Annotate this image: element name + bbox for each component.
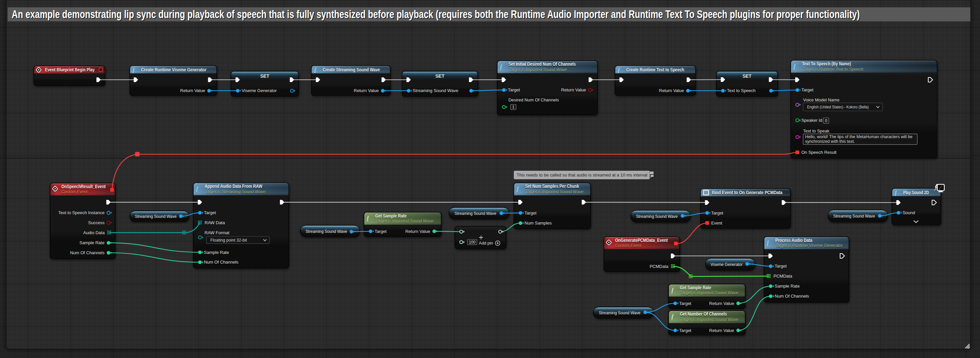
svg-text:Return Value: Return Value [354,88,379,93]
svg-text:Streaming Sound Wave: Streaming Sound Wave [413,88,458,93]
svg-text:SET: SET [260,74,269,79]
svg-text:Play Sound 2D: Play Sound 2D [903,190,929,195]
svg-text:Custom Event: Custom Event [61,190,88,194]
svg-text:Streaming Sound Wave: Streaming Sound Wave [305,229,347,234]
svg-text:Text to Speech: Text to Speech [727,88,756,93]
svg-text:Target is Imported Sound Wave: Target is Imported Sound Wave [680,291,738,295]
svg-text:Speaker Id: Speaker Id [802,118,822,123]
svg-text:Target: Target [802,88,814,93]
svg-text:Success: Success [88,220,105,225]
svg-text:Desired Num Of Channels: Desired Num Of Channels [508,97,559,102]
svg-text:Target is Streaming Sound Wave: Target is Streaming Sound Wave [205,190,266,194]
svg-text:Text to Speak: Text to Speak [803,128,829,133]
svg-text:Create Runtime Viseme Generato: Create Runtime Viseme Generator [141,67,207,72]
svg-text:Add pin: Add pin [479,241,493,246]
svg-text:1: 1 [512,105,515,109]
svg-text:Sample Rate: Sample Rate [204,250,229,255]
svg-text:Target is Imported Sound Wave: Target is Imported Sound Wave [680,317,738,322]
svg-text:Num Samples: Num Samples [525,221,552,225]
svg-text:An example demonstrating lip s: An example demonstrating lip sync during… [12,8,860,20]
svg-text:Return Value: Return Value [709,328,734,333]
svg-text:Set Num Samples Per Chunk: Set Num Samples Per Chunk [525,184,579,189]
svg-text:Target: Target [204,210,216,215]
svg-text:Create Streaming Sound Wave: Create Streaming Sound Wave [323,67,380,72]
svg-text:Get Number Of Channels: Get Number Of Channels [680,311,727,316]
svg-text:0: 0 [825,118,827,123]
svg-text:synchronized with this text.: synchronized with this text. [805,139,855,144]
svg-text:English (United States) - Koko: English (United States) - Kokoro (Bella) [807,105,869,109]
svg-text:Create Runtime Text to Speech: Create Runtime Text to Speech [626,67,684,72]
svg-text:Bind Event to On Generate PCMD: Bind Event to On Generate PCMData [712,190,783,195]
svg-text:This needs to be called so tha: This needs to be called so that audio is… [517,173,647,177]
svg-text:Return Value: Return Value [659,88,684,93]
svg-text:Num Of Channels: Num Of Channels [775,294,810,299]
svg-text:Append Audio Data From RAW: Append Audio Data From RAW [205,184,262,189]
svg-text:PCMData: PCMData [649,264,668,269]
svg-text:Sample Rate: Sample Rate [775,284,800,289]
svg-text:Target is Imported Sound Wave: Target is Imported Sound Wave [509,67,567,72]
svg-text:Streaming Sound Wave: Streaming Sound Wave [599,310,641,315]
svg-text:Return Value: Return Value [180,88,205,93]
svg-text:Streaming Sound Wave: Streaming Sound Wave [135,214,177,219]
svg-text:Streaming Sound Wave: Streaming Sound Wave [834,214,875,219]
svg-text:Event: Event [711,221,722,225]
svg-text:Sound: Sound [902,210,915,215]
svg-text:On Speech Result: On Speech Result [802,150,837,155]
svg-text:Streaming Sound Wave: Streaming Sound Wave [455,211,496,216]
svg-text:Target: Target [679,328,692,333]
svg-text:Voice Model Name: Voice Model Name [803,97,839,102]
svg-text:Target: Target [375,229,387,234]
svg-text:Target is Runtime Viseme Gener: Target is Runtime Viseme Generator [775,243,843,248]
svg-text:Process Audio Data: Process Audio Data [775,238,813,243]
svg-text:Event Blueprint Begin Play: Event Blueprint Begin Play [45,67,95,72]
svg-text:RAW Format: RAW Format [205,230,229,235]
svg-text:Custom Event: Custom Event [615,243,641,248]
svg-text:Target is Runtime Text to Spee: Target is Runtime Text to Speech [802,67,864,72]
svg-text:Get Sample Rate: Get Sample Rate [680,285,711,290]
svg-text:OnSpeechResult_Event: OnSpeechResult_Event [61,184,106,189]
svg-text:Return Value: Return Value [561,88,586,93]
svg-text:Text To Speech (By Name): Text To Speech (By Name) [802,61,851,66]
svg-text:Set Initial Desired Num Of Cha: Set Initial Desired Num Of Channels [509,61,576,67]
svg-text:Num Of Channels: Num Of Channels [70,250,105,255]
svg-text:Target: Target [679,301,692,306]
svg-text:SET: SET [435,74,445,79]
svg-text:Return Value: Return Value [406,229,430,234]
svg-text:Floating point 32-bit: Floating point 32-bit [210,238,247,243]
svg-text:Return Value: Return Value [709,301,734,306]
svg-text:Streaming Sound Wave: Streaming Sound Wave [636,214,678,219]
svg-text:Viseme Generator: Viseme Generator [711,262,743,267]
svg-text:Target: Target [508,88,520,93]
svg-text:÷: ÷ [479,234,483,241]
svg-text:PCMData: PCMData [773,273,792,279]
svg-text:Audio Data: Audio Data [83,230,105,235]
svg-text:Target is Imported Sound Wave: Target is Imported Sound Wave [525,190,584,194]
svg-text:Target: Target [775,264,787,268]
svg-text:Num Of Channels: Num Of Channels [204,260,239,265]
svg-text:Text to Speech Instance: Text to Speech Instance [58,210,105,215]
svg-text:Target: Target [711,211,724,216]
svg-text:OnGeneratePCMData_Event: OnGeneratePCMData_Event [615,238,668,243]
svg-text:Sample Rate: Sample Rate [80,240,105,245]
svg-text:Target: Target [525,211,537,216]
svg-text:RAW Data: RAW Data [205,220,225,225]
svg-text:Get Sample Rate: Get Sample Rate [375,213,407,219]
svg-text:Viseme Generator: Viseme Generator [242,88,277,93]
svg-text:Hello, world! The lips of the: Hello, world! The lips of the MetaHuman … [805,134,912,139]
svg-text:100: 100 [469,240,475,245]
svg-text:SET: SET [743,74,752,79]
svg-text:Target is Imported Sound Wave: Target is Imported Sound Wave [375,219,434,224]
